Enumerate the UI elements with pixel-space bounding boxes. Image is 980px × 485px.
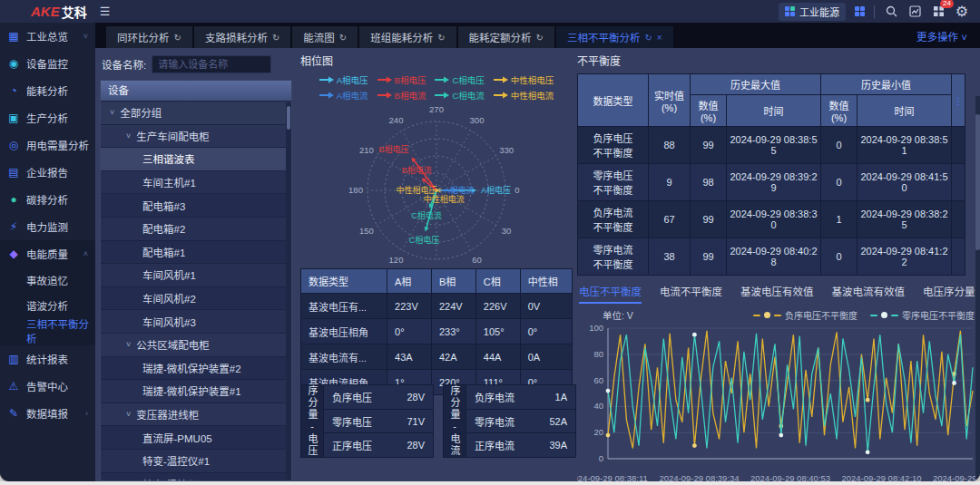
sidebar-item-生产分析[interactable]: ▣生产分析 [0,104,95,131]
sidebar-item-能耗分析[interactable]: ◔能耗分析 [0,77,95,104]
sidebar-subitem-谐波分析[interactable]: 谐波分析 [0,293,95,318]
min-time: 2024-09-29 08:38:25 [858,201,952,238]
page-scrollbar[interactable] [975,96,980,481]
phase-table-row: 基波电压相角0°233°105°0° [301,319,573,344]
tree-item[interactable]: 配电箱#3 [101,194,291,218]
min-time: 2024-09-29 08:41:50 [858,164,952,201]
tab-label: 能流图 [303,30,335,44]
workspace-switcher[interactable]: 工业能源 [779,3,846,21]
tree-item[interactable]: 车间风机#3 [101,310,291,334]
chart-tab-基波电压有效值[interactable]: 基波电压有效值 [740,284,814,304]
sidebar-subitem-事故追忆[interactable]: 事故追忆 [0,267,95,293]
sidebar-item-设备监控[interactable]: ◉设备监控 [0,50,95,77]
refresh-icon[interactable]: ↻ [437,33,445,43]
tree-group[interactable]: ˅生产车间配电柜 [101,125,291,149]
sidebar-item-数据填报[interactable]: ✎数据填报› [0,400,95,427]
sidebar-item-用电需量分析[interactable]: ◎用电需量分析 [0,131,95,159]
seq-voltage-value: 28V [407,392,425,403]
tree-header: 设备 [101,81,291,102]
device-tree: 设备 ˅全部分组˅生产车间配电柜三相谐波表车间主机#1配电箱#3配电箱#2配电箱… [100,80,292,481]
more-actions-button[interactable]: 更多操作 ˅ [916,29,967,44]
tree-item[interactable]: 配电箱#1 [101,241,291,265]
refresh-icon[interactable]: ↻ [536,33,544,43]
device-panel: 设备名称: 设备 ˅全部分组˅生产车间配电柜三相谐波表车间主机#1配电箱#3配电… [100,53,296,481]
sidebar-subitem-三相不平衡分析[interactable]: 三相不平衡分析 [0,318,95,344]
alarm-icon: ⚠ [7,380,20,393]
refresh-icon[interactable]: ↻ [272,33,279,43]
chart-legend-负序电压不平衡度[interactable]: 负序电压不平衡度 [753,308,858,322]
tab-能流图[interactable]: 能流图↻ [292,26,358,48]
chart-legend-零序电压不平衡度[interactable]: 零序电压不平衡度 [870,308,975,322]
tree-item[interactable]: 特变-温控仪#2 [101,473,291,482]
page-scrollbar-thumb[interactable] [975,114,980,250]
tab-三相不平衡分析[interactable]: 三相不平衡分析↻× [556,26,673,48]
tree-scrollbar-thumb[interactable] [287,106,290,130]
seq-current-name: 零序电流 [475,414,514,429]
tree-item[interactable]: 特变-温控仪#1 [101,450,291,473]
phase-cell: 0V [520,294,572,319]
chart-tab-电压不平衡度[interactable]: 电压不平衡度 [579,284,642,304]
tree-item-label: 公共区域配电柜 [136,337,210,352]
settings-gear-icon[interactable]: ⚙ [955,5,969,19]
sidebar-item-碳排分析[interactable]: ●碳排分析 [0,186,95,213]
tree-item[interactable]: 瑞捷-微机保护装置#1 [101,380,291,403]
refresh-icon[interactable]: ↻ [339,33,347,43]
legend-line-icon [774,315,781,316]
tree-item-label: 生产车间配电柜 [136,129,210,143]
tree-group[interactable]: ˅公共区域配电柜 [101,334,291,357]
phasor-diagram: 0306090120150180210240270300330A相电压B相电压C… [300,102,573,283]
search-icon[interactable] [884,5,898,19]
chevron-down-icon[interactable]: ˅ [110,108,114,117]
report-chart-icon[interactable] [907,5,922,19]
tree-item[interactable]: 配电箱#2 [101,218,291,241]
refresh-icon[interactable]: ↻ [174,33,181,43]
seq-voltage-name: 零序电压 [332,414,372,429]
tree-scrollbar[interactable] [286,102,291,480]
tree-item-label: 瑞捷-微机保护装置#2 [142,361,241,375]
sidebar-item-统计报表[interactable]: ▥统计报表 [0,345,95,373]
phase-col-数据类型: 数据类型 [301,269,387,294]
chevron-down-icon[interactable]: ˅ [126,410,131,419]
max-time: 2024-09-29 08:39:29 [727,164,821,201]
production-icon: ▣ [7,112,20,124]
close-icon[interactable]: × [657,33,662,43]
tab-班组能耗分析[interactable]: 班组能耗分析↻ [359,26,456,48]
sidebar-item-label: 碳排分析 [26,192,68,207]
seq-voltage-value: 28V [407,440,425,451]
tree-item[interactable]: 瑞捷-微机保护装置#2 [101,357,291,381]
tree-item[interactable]: 三相谐波表 [101,148,291,171]
tree-item-label: 变压器进线柜 [136,407,199,422]
chevron-down-icon[interactable]: ˅ [126,131,131,141]
tree-item[interactable]: 车间主机#1 [101,171,291,195]
notifications-icon[interactable]: 24 [931,5,946,19]
cut-cell [952,238,965,276]
apps-grid-icon[interactable] [855,6,865,16]
tree-item[interactable]: 直流屏-PMU05 [101,426,291,450]
sidebar-item-label: 工业总览 [26,29,68,44]
chart-tab-基波电流有效值[interactable]: 基波电流有效值 [832,284,906,304]
device-search-input[interactable] [152,55,271,73]
tree-group[interactable]: ˅变压器进线柜 [101,403,291,427]
tree-item[interactable]: 车间风机#2 [101,287,291,311]
chart-tab-电流不平衡度[interactable]: 电流不平衡度 [660,284,722,304]
tab-同环比分析[interactable]: 同环比分析↻ [106,26,192,48]
chevron-down-icon[interactable]: ˅ [126,340,131,349]
tab-支路损耗分析[interactable]: 支路损耗分析↻ [194,26,290,48]
hamburger-menu-icon[interactable]: ☰ [100,5,111,18]
type-line2: 不平衡度 [593,259,633,270]
phase-legend-row: A相电压B相电压C相电压中性相电压 [319,73,554,86]
sidebar-item-企业报告[interactable]: ▤企业报告 [0,159,95,186]
phase-legend-row: A相电流B相电流C相电流中性相电流 [319,89,554,102]
phase-cell: 44A [475,344,520,370]
tree-item[interactable]: 车间风机#1 [101,264,291,287]
type-line1: 负序电流 [593,208,633,218]
tree-group[interactable]: ˅全部分组 [101,102,291,125]
refresh-icon[interactable]: ↻ [644,33,652,43]
tab-能耗定额分析[interactable]: 能耗定额分析↻ [458,26,554,48]
sidebar-item-工业总览[interactable]: ▦工业总览˅ [0,23,95,50]
chart-tab-电压序分量[interactable]: 电压序分量 [923,284,975,304]
sidebar-item-电力监测[interactable]: ⚡电力监测 [0,213,95,240]
chevron-icon: ˄ [83,249,88,258]
sidebar-item-电能质量[interactable]: ◆电能质量˄ [0,240,95,267]
sidebar-item-告警中心[interactable]: ⚠告警中心 [0,373,95,400]
